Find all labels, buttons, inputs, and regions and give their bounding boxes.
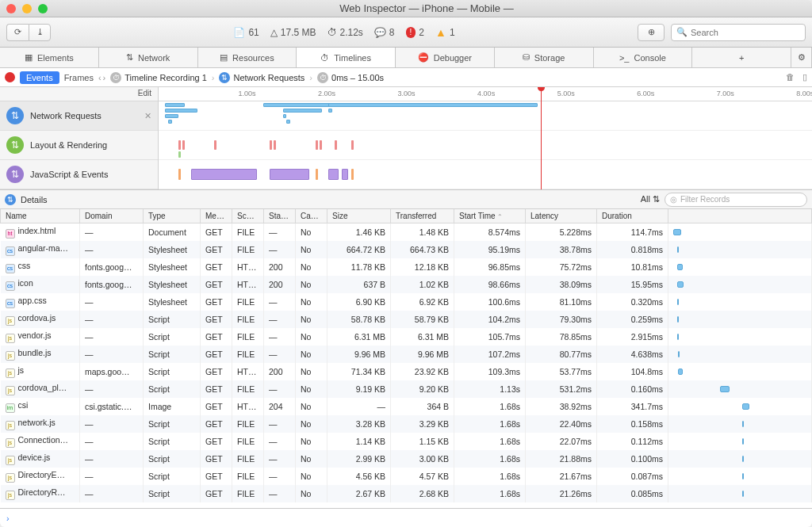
column-header[interactable]: Sta… (264, 209, 296, 223)
column-header[interactable]: Start Time (454, 209, 526, 223)
record-button[interactable] (5, 72, 15, 82)
storage-icon: ⛁ (523, 52, 530, 63)
file-icon: im (6, 403, 15, 413)
network-icon: ⇅ (219, 72, 230, 83)
search-input[interactable] (691, 28, 800, 37)
timeline-track-1[interactable]: ⇅Layout & Rendering (0, 131, 158, 160)
tab-timelines[interactable]: ⏱Timelines (297, 48, 396, 67)
table-row[interactable]: csangular-ma…—StylesheetGETFILE—No664.72… (1, 241, 812, 258)
tab-console[interactable]: >_Console (594, 48, 693, 67)
table-row[interactable]: imcsicsi.gstatic.…ImageGETHT…204No—364 B… (1, 398, 812, 415)
column-header[interactable]: Sc… (232, 209, 264, 223)
ruler-tick: 7.00s (717, 90, 734, 97)
table-row[interactable]: csiconfonts.goog…StylesheetGETHT…200No63… (1, 276, 812, 293)
column-header[interactable]: Duration (597, 209, 668, 223)
track-layout[interactable] (159, 131, 812, 160)
timeline-track-2[interactable]: ⇅JavaScript & Events (0, 160, 158, 189)
timeline-track-0[interactable]: ⇅Network Requests✕ (0, 101, 158, 131)
close-icon[interactable]: ✕ (144, 111, 151, 121)
filter-field[interactable]: ◎ Filter Records (665, 193, 807, 207)
track-icon: ⇅ (6, 107, 24, 124)
new-tab-button[interactable]: + (692, 48, 791, 67)
column-header[interactable]: Me… (201, 209, 232, 223)
table-row[interactable]: jscordova_pl…—ScriptGETFILE—No9.19 KB9.2… (1, 380, 812, 398)
column-header[interactable]: Type (144, 209, 201, 223)
ruler-tick: 3.00s (398, 90, 416, 97)
forward-button[interactable]: › (103, 73, 106, 82)
tab-elements[interactable]: ▦Elements (0, 48, 99, 67)
track-icon: ⇅ (6, 166, 24, 183)
network-icon: ⇅ (5, 194, 16, 205)
file-icon: js (6, 316, 15, 326)
minimize-window-icon[interactable] (22, 4, 32, 13)
stat-warnings[interactable]: ▲1 (435, 26, 455, 39)
file-icon: js (6, 334, 15, 343)
tabbar: ▦Elements⇅Network▤Resources⏱Timelines⛔De… (0, 48, 812, 68)
breadcrumb-network[interactable]: Network Requests (233, 73, 304, 82)
table-row[interactable]: htindex.html—DocumentGETFILE—No1.46 KB1.… (1, 223, 812, 242)
stat-documents: 📄61 (233, 27, 259, 38)
table-row[interactable]: jsbundle.js—ScriptGETFILE—No9.96 MB9.96 … (1, 346, 812, 363)
table-row[interactable]: jsDirectoryE…—ScriptGETFILE—No4.56 KB4.5… (1, 468, 812, 485)
playhead[interactable] (541, 87, 542, 189)
close-window-icon[interactable] (6, 4, 16, 13)
sidebar-toggle-button[interactable]: ▯ (802, 72, 807, 82)
titlebar: Web Inspector — iPhone — Mobile — (0, 0, 812, 17)
table-row[interactable]: jsvendor.js—ScriptGETFILE—No6.31 MB6.31 … (1, 328, 812, 346)
tab-debugger[interactable]: ⛔Debugger (396, 48, 495, 67)
column-header[interactable]: Latency (526, 209, 597, 223)
column-header[interactable] (668, 209, 812, 223)
table-row[interactable]: csapp.css—StylesheetGETFILE—No6.90 KB6.9… (1, 293, 812, 311)
console-prompt[interactable]: › (0, 508, 812, 527)
tab-resources[interactable]: ▤Resources (198, 48, 297, 67)
file-icon: ht (6, 229, 15, 239)
stat-messages: 💬8 (374, 27, 395, 38)
stat-size: △17.5 MB (270, 27, 316, 38)
network-table[interactable]: NameDomainTypeMe…Sc…Sta…Ca…SizeTransferr… (0, 209, 812, 508)
download-button[interactable]: ⤓ (29, 24, 51, 41)
events-toggle[interactable]: Events (20, 71, 59, 84)
column-header[interactable]: Ca… (296, 209, 327, 223)
column-header[interactable]: Transferred (391, 209, 454, 223)
breadcrumb-range[interactable]: 0ms – 15.00s (331, 73, 384, 82)
file-icon: cs (6, 264, 15, 273)
ruler-tick: 8.00s (796, 90, 812, 97)
console-icon: >_ (619, 53, 630, 63)
trash-button[interactable]: 🗑 (786, 72, 795, 82)
breadcrumb-recording[interactable]: Timeline Recording 1 (124, 73, 207, 82)
stat-time: ⏱2.12s (327, 27, 363, 38)
details-label: Details (21, 195, 48, 204)
ruler-tick: 2.00s (318, 90, 335, 97)
ruler-tick: 5.00s (557, 90, 575, 97)
tab-network[interactable]: ⇅Network (99, 48, 198, 67)
column-header[interactable]: Name (1, 209, 80, 223)
search-field[interactable]: 🔍 (671, 24, 806, 41)
file-icon: cs (6, 246, 15, 256)
table-row[interactable]: jsConnection…—ScriptGETFILE—No1.14 KB1.1… (1, 433, 812, 450)
table-row[interactable]: jsDirectoryR…—ScriptGETFILE—No2.67 KB2.6… (1, 485, 812, 502)
settings-button[interactable]: ⚙ (791, 48, 812, 67)
tab-storage[interactable]: ⛁Storage (495, 48, 594, 67)
table-row[interactable]: cscssfonts.goog…StylesheetGETHT…200No11.… (1, 258, 812, 276)
reload-button[interactable]: ⟳ (6, 24, 29, 41)
track-icon: ⇅ (6, 136, 24, 154)
track-network[interactable] (159, 101, 812, 131)
timeline-ruler[interactable]: 1.00s2.00s3.00s4.00s5.00s6.00s7.00s8.00s (159, 87, 812, 101)
target-button[interactable]: ⊕ (638, 24, 665, 41)
details-header: ⇅ Details All ⇅ ◎ Filter Records (0, 190, 812, 209)
scope-selector[interactable]: All ⇅ (641, 194, 660, 204)
column-header[interactable]: Domain (80, 209, 144, 223)
edit-timelines-button[interactable]: Edit (0, 87, 158, 101)
stat-errors[interactable]: !2 (406, 27, 424, 38)
file-icon: cs (6, 281, 15, 291)
ruler-tick: 4.00s (477, 90, 495, 97)
zoom-window-icon[interactable] (38, 4, 48, 13)
column-header[interactable]: Size (327, 209, 391, 223)
table-row[interactable]: jsjsmaps.goo…ScriptGETHT…200No71.34 KB23… (1, 363, 812, 380)
track-javascript[interactable] (159, 160, 812, 189)
back-button[interactable]: ‹ (98, 73, 102, 82)
table-row[interactable]: jsdevice.js—ScriptGETFILE—No2.99 KB3.00 … (1, 450, 812, 468)
frames-toggle[interactable]: Frames (64, 73, 94, 82)
table-row[interactable]: jscordova.js—ScriptGETFILE—No58.78 KB58.… (1, 311, 812, 328)
table-row[interactable]: jsnetwork.js—ScriptGETFILE—No3.28 KB3.29… (1, 415, 812, 433)
